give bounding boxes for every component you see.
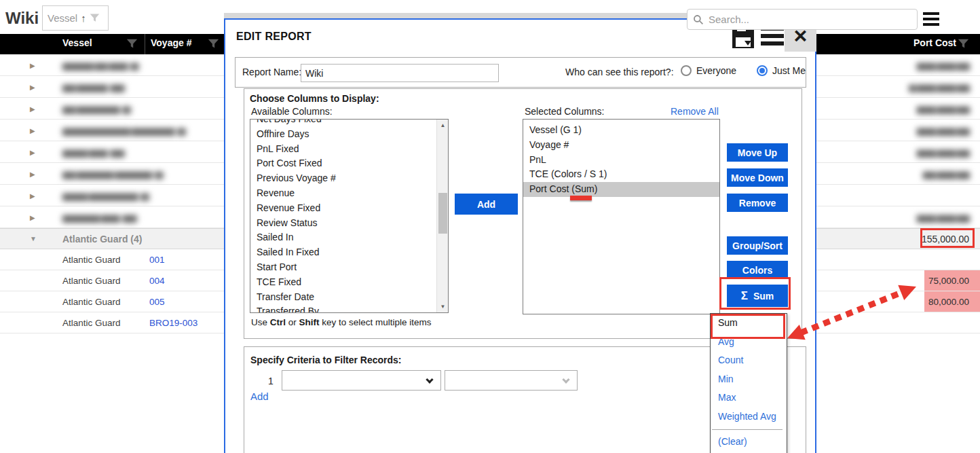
available-columns-listbox[interactable]: Net Days FixedOffhire DaysPnL FixedPort …	[250, 119, 449, 313]
vessel-sort-chip[interactable]: Vessel ↑	[42, 5, 109, 31]
redacted-vessel-name: ▆▆▆▆ ▆▆▆ (▆▆)	[62, 147, 126, 157]
expand-icon[interactable]: ▶	[30, 213, 35, 221]
radio-justme[interactable]: Just Me	[757, 65, 806, 76]
app-logo: Wiki	[5, 9, 39, 28]
collapse-icon[interactable]: ▼	[30, 235, 37, 242]
available-column-option[interactable]: Review Status	[250, 216, 436, 231]
add-column-button[interactable]: Add	[455, 194, 518, 215]
menu-icon[interactable]	[923, 12, 939, 29]
redacted-vessel-name: ▆▆▆▆▆ ▆▆ ▆▆▆ (▆)	[62, 60, 139, 70]
col-header-voyage[interactable]: Voyage #	[151, 37, 191, 48]
menu-item-count[interactable]: Count	[711, 351, 787, 370]
sort-ascending-icon: ↑	[81, 12, 86, 24]
vessel-filter-icon[interactable]	[126, 38, 138, 50]
report-name-input[interactable]	[301, 64, 499, 82]
vessel-name: Atlantic Guard	[62, 318, 121, 328]
criteria-heading: Specify Criteria to Filter Records:	[250, 355, 402, 365]
app-screen: Wiki Vessel ↑ Search... Vessel Voyage # …	[0, 0, 980, 453]
redacted-port-cost: ▆▆▆,▆▆▆.▆▆	[917, 125, 969, 135]
scroll-down-icon[interactable]: ▼	[437, 301, 449, 312]
sum-button[interactable]: Σ Sum	[727, 285, 788, 307]
menu-item-clear[interactable]: (Clear)	[711, 433, 787, 452]
expand-icon[interactable]: ▶	[30, 170, 35, 177]
menu-item-weightedavg[interactable]: Weighted Avg	[711, 407, 787, 427]
voyage-link[interactable]: 001	[149, 255, 165, 265]
selected-column-option[interactable]: Voyage #	[523, 138, 719, 153]
scroll-up-icon[interactable]: ▲	[437, 120, 449, 131]
choose-columns-section: Choose Columns to Display: Available Col…	[244, 88, 802, 339]
available-column-option[interactable]: Net Days Fixed	[250, 120, 436, 127]
radio-circle-icon	[681, 65, 692, 76]
scrollbar[interactable]: ▲ ▼	[436, 120, 448, 312]
header-divider	[145, 34, 145, 54]
menu-item-min[interactable]: Min	[711, 370, 787, 389]
redacted-vessel-name: ▆▆ ▆▆▆▆▆▆ ▆▆▆▆▆▆ (▆)	[62, 168, 164, 179]
remove-all-link[interactable]: Remove All	[671, 106, 719, 117]
voyage-link[interactable]: 004	[149, 276, 165, 286]
search-icon	[693, 14, 704, 25]
sum-button-label: Sum	[753, 291, 774, 302]
expand-icon[interactable]: ▶	[30, 83, 35, 90]
portcost-filter-icon[interactable]	[958, 38, 969, 50]
add-criteria-link[interactable]: Add	[250, 391, 269, 402]
expand-icon[interactable]: ▶	[30, 148, 35, 156]
available-column-option[interactable]: Revenue Fixed	[250, 201, 436, 216]
available-column-option[interactable]: Sailed In Fixed	[250, 245, 436, 260]
available-column-option[interactable]: Previous Voyage #	[250, 171, 436, 186]
redacted-port-cost: ▆▆▆,▆▆▆.▆▆	[917, 147, 969, 157]
available-column-option[interactable]: Offhire Days	[250, 127, 436, 142]
move-down-button[interactable]: Move Down	[727, 168, 788, 187]
available-column-option[interactable]: PnL Fixed	[250, 142, 436, 157]
radio-everyone[interactable]: Everyone	[681, 65, 736, 76]
hint-text: Use	[251, 317, 270, 327]
visibility-question: Who can see this report?:	[565, 67, 674, 77]
move-up-button[interactable]: Move Up	[727, 143, 788, 162]
expand-icon[interactable]: ▶	[30, 105, 35, 112]
vessel-name: Atlantic Guard	[62, 276, 121, 286]
choose-columns-heading: Choose Columns to Display:	[250, 93, 379, 104]
voyage-link[interactable]: 005	[149, 297, 165, 307]
selected-column-option[interactable]: Port Cost (Sum)	[523, 182, 719, 197]
menu-item-max[interactable]: Max	[711, 388, 787, 407]
colors-button[interactable]: Colors	[727, 261, 788, 279]
available-columns-label: Available Columns:	[251, 106, 333, 117]
remove-button[interactable]: Remove	[727, 194, 788, 212]
criteria-field-select[interactable]	[282, 370, 441, 391]
menu-item-sum[interactable]: Sum	[711, 314, 787, 333]
available-column-option[interactable]: Sailed In	[250, 230, 436, 245]
radio-everyone-label: Everyone	[696, 65, 736, 76]
selected-column-option[interactable]: PnL	[523, 153, 719, 168]
selected-columns-listbox[interactable]: Vessel (G 1)Voyage #PnLTCE (Colors / S 1…	[523, 119, 720, 314]
chevron-down-icon	[562, 376, 569, 383]
available-column-option[interactable]: Port Cost Fixed	[250, 156, 436, 171]
available-column-option[interactable]: Revenue	[250, 186, 436, 201]
report-name-section: Report Name: Who can see this report?: E…	[235, 57, 806, 88]
search-input[interactable]: Search...	[687, 9, 918, 30]
selected-column-option[interactable]: TCE (Colors / S 1)	[523, 167, 719, 182]
expand-icon[interactable]: ▶	[30, 61, 35, 69]
multi-select-hint: Use Ctrl or Shift key to select multiple…	[251, 317, 432, 327]
available-column-option[interactable]: Transferred By	[250, 304, 436, 312]
menu-item-avg[interactable]: Avg	[711, 333, 787, 352]
col-header-vessel[interactable]: Vessel	[62, 37, 92, 48]
redacted-port-cost: ▆▆▆,▆▆▆.▆▆	[917, 103, 969, 113]
available-column-option[interactable]: Transfer Date	[250, 290, 436, 305]
col-header-portcost[interactable]: Port Cost	[913, 37, 956, 48]
redacted-port-cost: ▆▆▆,▆▆▆.▆▆	[917, 212, 969, 222]
criteria-operator-select[interactable]	[445, 370, 578, 391]
selected-column-option[interactable]: Vessel (G 1)	[523, 123, 719, 138]
voyage-filter-icon[interactable]	[208, 38, 219, 50]
voyage-link[interactable]: BRO19-003	[149, 318, 197, 328]
port-cost-value: 75,000.00	[928, 276, 969, 286]
available-column-option[interactable]: Start Port	[250, 260, 436, 275]
scrollbar-thumb[interactable]	[438, 193, 447, 234]
redacted-vessel-name: ▆▆ ▆▆▆▆▆ (▆▆)	[62, 81, 126, 92]
group-sort-button[interactable]: Group/Sort	[727, 236, 788, 255]
redacted-vessel-name: ▆▆▆▆ ▆▆▆▆▆▆▆▆ (▆)	[62, 190, 150, 200]
available-column-option[interactable]: TCE Fixed	[250, 275, 436, 290]
modal-title: EDIT REPORT	[236, 31, 312, 43]
vessel-name: Atlantic Guard	[62, 297, 121, 307]
expand-icon[interactable]: ▶	[30, 192, 35, 199]
expand-icon[interactable]: ▶	[30, 126, 35, 134]
radio-justme-label: Just Me	[772, 65, 806, 76]
